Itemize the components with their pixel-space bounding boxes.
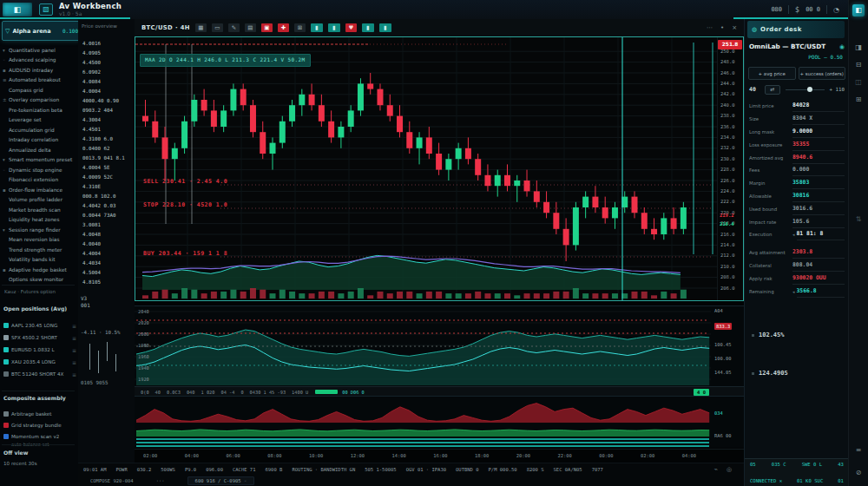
quote-value[interactable]: 4.4500 [82, 57, 133, 67]
quote-value[interactable]: 4.0009 52C [82, 172, 133, 181]
watchlist-item[interactable]: Liquidity heat zones [3, 215, 76, 226]
position-row[interactable]: BTC 51240 SHORT 4X≡ [3, 368, 76, 380]
status-session-box[interactable]: 600 916 / C-0905 ◦ [187, 476, 255, 485]
field-value[interactable]: 930020 OUU [792, 273, 845, 285]
slider-knob[interactable] [807, 87, 812, 92]
settings-icon[interactable]: ⊘ [852, 467, 865, 479]
mode-toggle[interactable]: ⇄ [765, 85, 780, 95]
watchlist-item[interactable]: ◦Dynamic stop engine [3, 165, 76, 175]
positions-header[interactable]: Open positions (Avg) [3, 305, 67, 312]
swap-icon[interactable]: ⇅ [852, 213, 865, 226]
row-menu-icon[interactable]: ≡ [72, 347, 76, 353]
field-value[interactable]: 35803 [792, 177, 845, 189]
assembly-row[interactable]: Grid strategy bundle [3, 419, 76, 430]
currency-icon[interactable]: $ [795, 6, 799, 14]
field-value[interactable]: 0.000 [792, 164, 845, 176]
watchlist-item[interactable]: Accumulation grid [3, 125, 76, 135]
watchlist-item[interactable]: Annualized delta [3, 145, 76, 155]
row-menu-icon[interactable]: ≡ [72, 371, 76, 378]
quote-value[interactable]: 4.0048 [82, 229, 133, 239]
quote-value[interactable]: 4.310E [82, 181, 133, 191]
field-value[interactable]: 84028 [792, 100, 845, 112]
indicator-icon[interactable]: ▮ [362, 23, 374, 32]
quote-value[interactable]: 4.4501 [82, 124, 133, 134]
split-icon[interactable]: ⊟ [852, 59, 865, 71]
time-axis[interactable]: 02:0004:0006:0008:0010:0012:0014:0016:00… [135, 449, 744, 461]
order-field-row[interactable]: Apply risk930020 OUU [749, 272, 845, 285]
position-row[interactable]: SPX 4500.2 SHORT≡ [3, 332, 76, 344]
row-menu-icon[interactable]: ≡ [72, 359, 76, 365]
watchlist-header[interactable]: ▽ Alpha arena 0.100 [2, 21, 82, 41]
field-value[interactable]: 30816 [792, 190, 845, 202]
field-value[interactable]: 808.04 [792, 259, 845, 272]
workspace-badge-icon[interactable]: ▧ [39, 3, 53, 16]
stepper-icon[interactable]: ◂ [792, 289, 795, 294]
more-icon[interactable]: ⋯ [707, 24, 713, 31]
order-field-row[interactable]: Collateral808.04 [749, 259, 845, 273]
offview-header[interactable]: Off view [3, 450, 29, 456]
momentum-panel[interactable]: 034RA6 00 [135, 396, 744, 448]
quote-value[interactable]: 4.3004 [82, 115, 133, 124]
layout-icon[interactable]: ⊞ [294, 23, 306, 32]
field-value[interactable]: 81 81: 8 [797, 228, 845, 240]
quote-value[interactable]: 000.8 102.0 [82, 191, 133, 200]
order-field-row[interactable]: Loss exposure35355 [749, 138, 845, 151]
watchlist-item[interactable]: ▪AUDUSD intraday [3, 65, 76, 76]
oscillator-canvas[interactable] [135, 306, 711, 387]
assembly-row[interactable]: Momentum scan v2 [3, 430, 76, 442]
order-field-row[interactable]: Allowable30816 [749, 190, 845, 203]
order-field-row[interactable]: Execution◂81 81: 8 [749, 228, 845, 241]
assembly-row[interactable]: Arbitrage basket [3, 408, 76, 419]
notes-icon[interactable]: ▤ [245, 23, 256, 32]
order-field-row[interactable]: Remaining◂3566.8 [749, 285, 845, 298]
row-menu-icon[interactable]: ≡ [72, 335, 76, 341]
offview-item[interactable]: 10 recent 30s [3, 461, 37, 466]
close-icon[interactable]: × [732, 24, 737, 31]
field-value[interactable]: 3566.8 [797, 286, 845, 298]
order-field-row[interactable]: Long mask9.0000 [749, 126, 845, 139]
app-active-icon[interactable]: ◧ [852, 4, 865, 16]
order-field-row[interactable]: Limit price84028 [749, 100, 845, 113]
list-icon[interactable]: ≡ [852, 444, 865, 456]
quote-value[interactable]: 4.0905 [82, 48, 133, 57]
field-value[interactable]: 9.0000 [792, 126, 845, 138]
quote-value[interactable]: 4.4004 [82, 248, 133, 258]
indicator-icon[interactable]: ▮ [311, 23, 323, 32]
field-value[interactable]: 8940.6 [792, 152, 845, 164]
record-icon[interactable]: ◎ [727, 466, 732, 473]
quote-value[interactable]: 4.5004 [82, 267, 133, 277]
alert-icon[interactable]: ▣ [261, 23, 273, 32]
stepper-icon[interactable]: ◂ [792, 232, 795, 237]
draw-icon[interactable]: ✎ [228, 23, 240, 32]
watchlist-item[interactable]: Trend strength meter [3, 245, 76, 255]
watchlist-item[interactable]: Mean reversion bias [3, 235, 76, 246]
quote-value[interactable]: 4.0004 [82, 86, 133, 95]
grid-icon[interactable]: ▦ [195, 23, 207, 32]
watchlist-item[interactable]: ▪Order-flow imbalance [3, 185, 76, 195]
quote-value[interactable]: 4.0040 [82, 239, 133, 248]
quote-value[interactable]: 4.4034 [82, 258, 133, 267]
quote-value[interactable]: 0903.2 404 [82, 105, 133, 115]
order-field-row[interactable]: Impact rate105.6 [749, 215, 845, 228]
position-row[interactable]: AAPL 230.45 LONG≡ [3, 319, 76, 332]
signal-icon[interactable]: ◉ [839, 43, 845, 50]
quote-value[interactable]: 4000.40 0.90 [82, 95, 133, 105]
watchlist-item[interactable]: ±Overlay comparison [3, 95, 76, 106]
field-value[interactable]: 3016.6 [792, 203, 845, 215]
add-alert-icon[interactable]: ✚ [278, 23, 289, 32]
oscillator-panel[interactable]: 2040202020001980196019401920 A04833.3100… [135, 305, 744, 387]
watchlist-item[interactable]: ▾Quantitative panel [3, 45, 76, 56]
price-axis[interactable]: 251.8 250.0248.0246.0244.0242.0240.0238.… [717, 37, 744, 300]
field-value[interactable]: 8304 X [792, 113, 845, 125]
watchlist-item[interactable]: Options skew monitor [3, 275, 76, 286]
position-row[interactable]: XAU 2035.4 LONG≡ [3, 356, 76, 368]
indicator-icon[interactable]: ▮ [379, 23, 391, 32]
quote-value[interactable]: 0.0400 62 [82, 143, 133, 153]
panels-icon[interactable]: ◨ [852, 42, 865, 54]
quote-value[interactable]: 4.0084 [82, 76, 133, 86]
watchlist-item[interactable]: ▾Session range finder [3, 225, 76, 235]
tab-avg-price[interactable]: + avg price [748, 67, 796, 80]
main-chart[interactable]: MAA 2D O 244.1 H 246.0 L 211.3 C 221.4 V… [135, 36, 744, 301]
position-row[interactable]: EURUSD 1.0832 L≡ [3, 344, 76, 356]
watchlist-item[interactable]: Volatility bands kit [3, 255, 76, 266]
